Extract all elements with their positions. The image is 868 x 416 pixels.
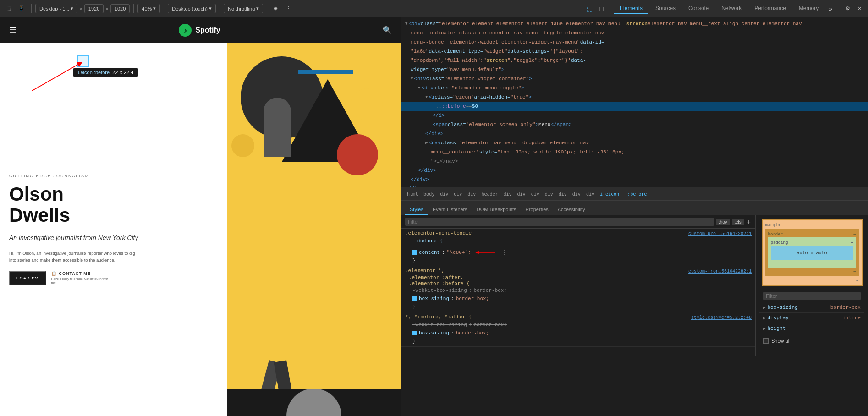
- computed-prop-display: display: [767, 314, 842, 322]
- site-search-btn[interactable]: 🔍: [383, 26, 392, 34]
- styles-tab[interactable]: Styles: [405, 205, 428, 215]
- dom-line-before[interactable]: ... ::before == $0: [401, 102, 868, 111]
- chevron-touch-icon: ▾: [209, 5, 212, 11]
- dom-attr-val-1b: elementor-nav-menu__text-align-center el…: [648, 20, 805, 28]
- dom-panel[interactable]: ▼ <div class="elementor-element elemento…: [401, 17, 868, 187]
- css-selector-3: .elementor *,: [405, 268, 445, 274]
- breadcrumb-div7[interactable]: div: [543, 191, 555, 197]
- styles-filter-input[interactable]: [405, 218, 714, 226]
- accessibility-tab[interactable]: Accessibility: [553, 205, 590, 215]
- properties-tab[interactable]: Properties: [521, 205, 553, 215]
- breadcrumb-div9[interactable]: div: [571, 191, 582, 197]
- dom-triangle-1[interactable]: ▼: [405, 20, 407, 28]
- breadcrumb-ieicon[interactable]: i.eicon: [598, 191, 621, 197]
- css-checkbox-3[interactable]: [412, 331, 417, 335]
- breadcrumb-div8[interactable]: div: [557, 191, 569, 197]
- css-source-3[interactable]: custom-fron…561642282:1: [688, 269, 752, 274]
- inspect-element-btn[interactable]: ⬚: [584, 3, 595, 14]
- css-checkbox-content[interactable]: [412, 250, 417, 255]
- css-source-4[interactable]: style.css?ver=5.2.2:48: [691, 315, 752, 320]
- css-colon: :: [442, 248, 445, 257]
- css-checkbox-2[interactable]: [412, 296, 417, 301]
- computed-triangle-2[interactable]: ▶: [763, 314, 765, 322]
- tab-elements[interactable]: Elements: [614, 3, 648, 14]
- css-webkit-1: -webkit-box-sizing : border-box;: [405, 286, 752, 295]
- breadcrumb-div1[interactable]: div: [438, 191, 450, 197]
- dom-triangle-4[interactable]: ▼: [425, 93, 428, 101]
- add-style-btn[interactable]: +: [746, 217, 752, 226]
- css-selector-1: .elementor-menu-toggle: [405, 230, 472, 236]
- dom-attr-element-type: data-element_type=: [429, 47, 483, 55]
- throttle-dropdown[interactable]: No throttling ▾: [224, 4, 263, 13]
- css-val-boxsizing-1[interactable]: border-box;: [456, 295, 489, 303]
- breadcrumb-div10[interactable]: div: [584, 191, 596, 197]
- red-arrow-css-indicator: [475, 249, 498, 256]
- computed-filter-input[interactable]: [763, 292, 861, 300]
- devtools-tabs-section: ⬚ □ Elements Sources Console Network Per…: [584, 3, 864, 14]
- css-prop-boxsizing-2[interactable]: box-sizing: [419, 329, 449, 337]
- css-source-1[interactable]: custom-pro-…561642282:1: [688, 231, 752, 236]
- tab-console[interactable]: Console: [683, 3, 714, 14]
- breadcrumb-html[interactable]: html: [405, 191, 420, 197]
- css-prop-boxsizing-1[interactable]: box-sizing: [419, 295, 449, 303]
- dom-triangle-2[interactable]: ▼: [411, 75, 413, 83]
- hov-btn[interactable]: :hov: [716, 219, 730, 225]
- dom-breakpoints-tab[interactable]: DOM Breakpoints: [472, 205, 521, 215]
- more-tabs-btn[interactable]: »: [826, 4, 835, 14]
- tab-performance[interactable]: Performance: [749, 3, 791, 14]
- breadcrumb-div5[interactable]: div: [516, 191, 527, 197]
- event-listeners-tab[interactable]: Event Listeners: [428, 205, 472, 215]
- hamburger-menu[interactable]: ☰: [9, 25, 16, 35]
- dimension-separator-2: ×: [105, 6, 108, 11]
- breadcrumb-div6[interactable]: div: [529, 191, 541, 197]
- contact-btn[interactable]: CONTACT ME: [59, 271, 91, 276]
- breadcrumb-body[interactable]: body: [422, 191, 436, 197]
- computed-triangle-1[interactable]: ▶: [763, 303, 765, 312]
- breadcrumb-before[interactable]: ::before: [623, 191, 648, 197]
- css-prop-content[interactable]: content: [419, 248, 440, 257]
- chevron-throttle-icon: ▾: [256, 5, 259, 11]
- tab-sources[interactable]: Sources: [650, 3, 681, 14]
- dom-attr-val-1d: menu--burger elementor-widget elementor-…: [411, 38, 580, 46]
- tab-network[interactable]: Network: [716, 3, 747, 14]
- touch-dropdown[interactable]: Desktop (touch) ▾: [168, 4, 216, 13]
- settings-btn[interactable]: ⚙: [843, 4, 853, 13]
- device-name-section: Desktop - 1... ▾ × 1920 × 1020: [35, 4, 130, 13]
- breadcrumb-div2[interactable]: div: [452, 191, 464, 197]
- cls-btn[interactable]: .cls: [732, 219, 744, 225]
- computed-triangle-3[interactable]: ▶: [763, 324, 765, 333]
- dom-line-nav: ▶ <nav class="elementor-nav-menu--dropdo…: [401, 138, 868, 148]
- fig-person-body: [264, 98, 291, 157]
- tab-memory[interactable]: Memory: [793, 3, 824, 14]
- css-val-boxsizing-2[interactable]: border-box;: [456, 329, 489, 337]
- dom-line-4: ▼ <i class="eicon" aria-hidden="true">: [401, 93, 868, 102]
- css-val-content[interactable]: "\e804";: [447, 248, 471, 257]
- close-btn[interactable]: ✕: [855, 4, 864, 13]
- css-colon-1: :: [469, 286, 472, 295]
- device-toggle-btn[interactable]: 📱: [16, 4, 27, 13]
- website-frame[interactable]: ☰ ♪ Spotify 🔍 i.eicon::before 22 × 22.4: [0, 17, 401, 416]
- sensors-btn[interactable]: ⊕: [271, 4, 280, 13]
- zoom-dropdown[interactable]: 40% ▾: [137, 4, 160, 13]
- site-moon: [286, 389, 341, 416]
- dom-triangle-3[interactable]: ▼: [418, 84, 420, 92]
- device-dropdown[interactable]: Desktop - 1... ▾: [35, 4, 77, 13]
- device-mode-btn[interactable]: □: [597, 3, 606, 14]
- load-cv-btn[interactable]: LOAD CV: [9, 271, 46, 285]
- breadcrumb-header[interactable]: header: [479, 191, 500, 197]
- dom-triangle-nav[interactable]: ▶: [425, 139, 428, 147]
- site-bottom-strip: [227, 389, 401, 416]
- more-options-btn[interactable]: ⋮: [282, 4, 294, 14]
- cursor-tool-btn[interactable]: ⬚: [4, 4, 14, 13]
- padding-dash-bottom: −: [851, 261, 853, 265]
- divider-1: [31, 4, 32, 13]
- breadcrumb-div4[interactable]: div: [502, 191, 514, 197]
- show-all-label[interactable]: Show all: [771, 338, 791, 344]
- eicon-hamburger[interactable]: ☰: [9, 26, 16, 35]
- breadcrumb-div3[interactable]: div: [466, 191, 478, 197]
- show-all-checkbox[interactable]: [763, 338, 769, 344]
- dom-attr-style-nav: style=: [479, 148, 498, 156]
- height-input[interactable]: 1020: [110, 4, 130, 13]
- css-more-btn-1[interactable]: ⋮: [500, 249, 510, 256]
- width-input[interactable]: 1920: [84, 4, 104, 13]
